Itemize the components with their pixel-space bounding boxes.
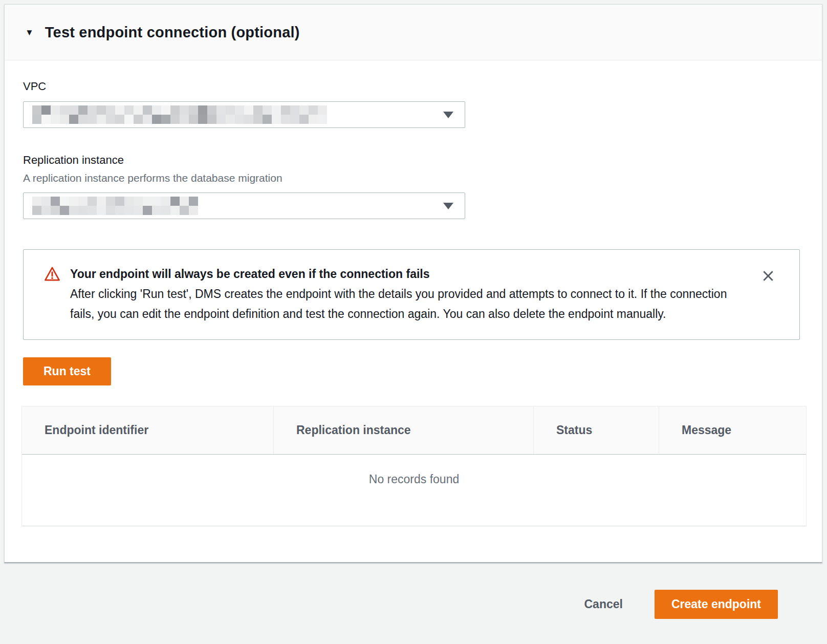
replication-instance-redacted-value	[32, 197, 201, 215]
column-header-message: Message	[659, 406, 806, 454]
close-icon[interactable]	[761, 269, 775, 283]
collapse-caret-icon: ▼	[25, 28, 34, 37]
create-endpoint-button[interactable]: Create endpoint	[655, 590, 778, 619]
replication-instance-select[interactable]	[23, 192, 465, 219]
empty-table-message: No records found	[22, 455, 806, 526]
warning-triangle-icon	[44, 264, 60, 324]
panel-title: Test endpoint connection (optional)	[45, 24, 300, 41]
replication-instance-description: A replication instance performs the data…	[23, 171, 799, 184]
test-endpoint-panel: ▼ Test endpoint connection (optional) VP…	[4, 4, 822, 563]
warning-alert: Your endpoint will always be created eve…	[23, 249, 800, 340]
replication-instance-field: Replication instance A replication insta…	[23, 154, 799, 219]
form-footer: Cancel Create endpoint	[0, 564, 827, 644]
warning-text: Your endpoint will always be created eve…	[70, 264, 741, 324]
vpc-field: VPC	[23, 80, 799, 128]
column-header-replication-instance: Replication instance	[273, 406, 533, 454]
dropdown-caret-icon	[443, 112, 453, 118]
vpc-select[interactable]	[23, 101, 465, 128]
test-results-table: Endpoint identifier Replication instance…	[21, 406, 807, 526]
column-header-endpoint-identifier: Endpoint identifier	[22, 406, 273, 454]
run-test-button[interactable]: Run test	[23, 357, 111, 385]
cancel-button[interactable]: Cancel	[584, 597, 622, 611]
warning-body: After clicking 'Run test', DMS creates t…	[70, 284, 741, 324]
warning-title: Your endpoint will always be created eve…	[70, 264, 741, 284]
replication-instance-label: Replication instance	[23, 154, 799, 167]
vpc-label: VPC	[23, 80, 799, 93]
panel-header-toggle[interactable]: ▼ Test endpoint connection (optional)	[5, 5, 822, 60]
vpc-redacted-value	[32, 105, 329, 124]
column-header-status: Status	[533, 406, 659, 454]
panel-body: VPC Replication instance A replication i…	[5, 60, 822, 526]
dropdown-caret-icon	[443, 203, 453, 209]
table-header-row: Endpoint identifier Replication instance…	[22, 406, 806, 455]
